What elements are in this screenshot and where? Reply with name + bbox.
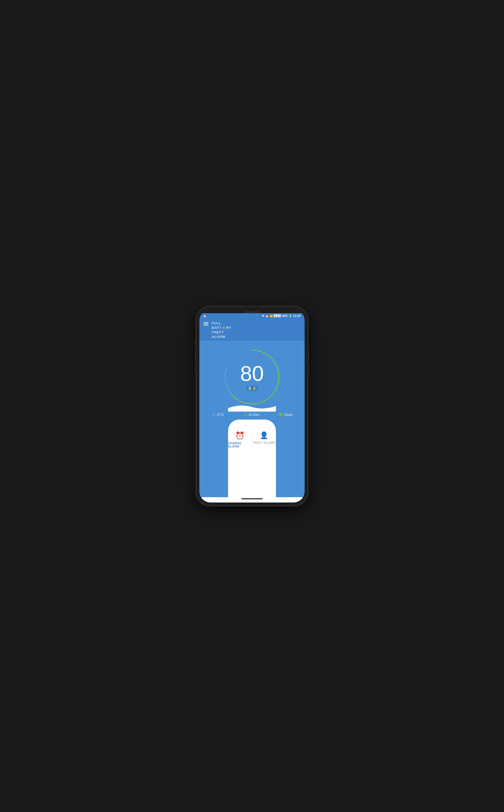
- tab-bar: ⏰ ⚡ CHARGE ALARM 👤 THEFT ALARM: [228, 425, 276, 453]
- charging-indicator: 🔋 ⚡: [246, 386, 258, 391]
- temperature-stat: 🌡 27°C: [212, 413, 224, 417]
- wifi-icon: 📶: [270, 315, 273, 317]
- temperature-value: 27°C: [217, 413, 224, 417]
- bottom-section: ⏰ ⚡ CHARGE ALARM 👤 THEFT ALARM: [228, 420, 276, 497]
- status-bar: ⏰ ✱ ⏰ 📶 ▋▋▋▋ 80% 🔋 13:19: [199, 313, 305, 319]
- status-right: ✱ ⏰ 📶 ▋▋▋▋ 80% 🔋 13:19: [262, 314, 300, 317]
- signal-icon: ▋▋▋▋: [274, 315, 281, 317]
- charge-alarm-label: CHARGE ALARM: [228, 442, 252, 448]
- battery-icon: 🔋: [289, 315, 292, 317]
- health-value: Good: [284, 413, 292, 417]
- phone-notch: [199, 309, 305, 313]
- home-indicator-area: [199, 497, 305, 503]
- health-icon: 💚: [279, 413, 283, 417]
- charge-bolt-overlay: ⚡: [242, 431, 246, 434]
- speaker: [244, 311, 260, 313]
- status-left: ⏰: [203, 315, 206, 317]
- tab-charge-alarm[interactable]: ⏰ ⚡ CHARGE ALARM: [228, 429, 252, 450]
- theft-alarm-label: THEFT ALARM: [253, 441, 275, 444]
- time-display: 13:19: [293, 314, 300, 317]
- battery-percent: 80: [240, 363, 264, 384]
- battery-circle-container: 80 🔋 ⚡: [220, 345, 284, 409]
- time-remaining-stat: ⏱ 1h 20m: [243, 413, 259, 417]
- battery-status: 80%: [282, 315, 288, 317]
- hamburger-line-1: [204, 322, 208, 323]
- main-content: 80 🔋 ⚡ 🌡 27°C ⏱ 1h 20m 💚: [199, 341, 305, 497]
- bluetooth-icon: ✱: [262, 315, 264, 317]
- charging-bolt: ⚡: [253, 387, 257, 390]
- app-header: FULLBATT⚡RYTHEFTALARM: [199, 319, 305, 341]
- home-indicator[interactable]: [241, 498, 263, 499]
- hamburger-line-3: [204, 325, 208, 325]
- charge-alarm-icon-wrapper: ⏰ ⚡: [235, 431, 245, 440]
- battery-body-icon: 🔋: [248, 387, 252, 390]
- health-stat: 💚 Good: [279, 413, 292, 417]
- phone-device: ⏰ ✱ ⏰ 📶 ▋▋▋▋ 80% 🔋 13:19 FULLBATT⚡RYTHEF…: [196, 306, 308, 506]
- phone-screen: ⏰ ✱ ⏰ 📶 ▋▋▋▋ 80% 🔋 13:19 FULLBATT⚡RYTHEF…: [199, 309, 305, 503]
- time-icon: ⏱: [243, 413, 247, 417]
- tab-theft-alarm[interactable]: 👤 THEFT ALARM: [252, 429, 276, 450]
- app-title: FULLBATT⚡RYTHEFTALARM: [212, 321, 231, 339]
- theft-alarm-icon: 👤: [260, 431, 268, 440]
- stats-row: 🌡 27°C ⏱ 1h 20m 💚 Good: [199, 409, 305, 420]
- alarm-status-icon: ⏰: [203, 315, 206, 317]
- alarm-icon: ⏰: [265, 315, 268, 317]
- temperature-icon: 🌡: [212, 413, 216, 417]
- time-remaining-value: 1h 20m: [249, 413, 259, 417]
- menu-button[interactable]: [204, 321, 208, 325]
- battery-inner-circle: 80 🔋 ⚡: [225, 350, 279, 404]
- hamburger-line-2: [204, 324, 208, 324]
